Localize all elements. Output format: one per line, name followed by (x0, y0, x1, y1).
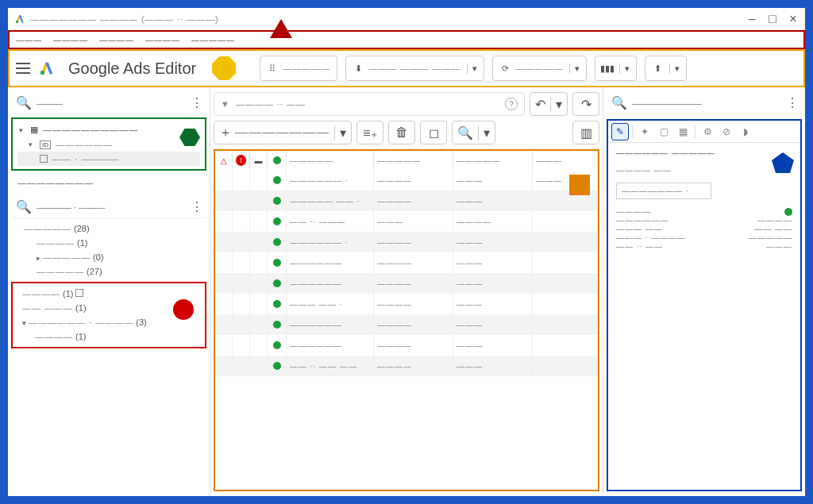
sidebar-item[interactable]: ▾ —————— · ———— (3) (17, 315, 200, 329)
table-row[interactable]: —— ·· —— ————————— (215, 356, 598, 376)
table-row[interactable]: —— ·· —————————— (215, 211, 598, 232)
status-dot-icon (273, 279, 281, 287)
edit-field[interactable]: ——————— · (616, 183, 711, 199)
tab-wand[interactable]: ✦ (636, 123, 653, 140)
hamburger-icon[interactable] (16, 63, 30, 74)
table-row[interactable]: —————— ·—————————— (215, 170, 598, 190)
tab-grid[interactable]: ▦ (674, 123, 692, 140)
more-icon[interactable]: ⋮ (191, 95, 202, 110)
menu-item[interactable]: ———— (99, 36, 134, 44)
sidebar-item[interactable]: ————— (28) (11, 221, 206, 236)
menu-item[interactable]: ————— (191, 36, 235, 44)
col-warning[interactable]: △ (215, 151, 233, 170)
grid-icon: ⠿ (267, 63, 278, 74)
sidebar-search-input[interactable] (37, 98, 186, 108)
tab-tag[interactable]: ◗ (737, 123, 754, 140)
table-row[interactable]: ————————————— (215, 335, 598, 356)
columns-button[interactable]: ▥ (572, 121, 599, 144)
table-row[interactable]: ——— —— ·——————— (215, 294, 598, 314)
chevron-down-icon: ▾ (619, 63, 630, 74)
columns-icon: ▥ (580, 125, 592, 140)
chevron-down-icon: ▾ (669, 63, 680, 74)
filter-bar[interactable]: ▼ ———— ·· —— ? (214, 92, 525, 116)
search-icon: 🔍 (611, 95, 627, 110)
upload-button[interactable]: ⬆ ▾ (645, 56, 687, 81)
property-label: ——— —— (616, 225, 663, 233)
error-icon: ! (236, 155, 246, 166)
col-header[interactable]: ————— (287, 151, 374, 170)
gear-icon: ⚙ (703, 126, 712, 137)
status-dot-icon (273, 321, 281, 329)
delete-button[interactable]: 🗑 (388, 121, 415, 144)
tab-link[interactable]: ⊘ (718, 123, 735, 140)
caret-icon: ▾ (19, 126, 25, 134)
sidebar-red-section: ———— (1)—— ——— (1)▾ —————— · ———— (3)———… (11, 282, 206, 348)
menu-item[interactable]: ———— (145, 36, 180, 44)
search-icon: 🔍 (16, 95, 32, 110)
table-row[interactable]: ————————————— (215, 314, 598, 335)
sidebar-filter: 🔍 ⋮ (11, 196, 206, 218)
col-header[interactable]: ——— (533, 151, 598, 170)
annotation-circle-red (173, 299, 194, 320)
main-toolbar: Google Ads Editor ⠿ ————— ⬇ ——— ——— ——— … (8, 49, 805, 87)
col-status[interactable] (268, 151, 287, 170)
replace-button[interactable]: ◻ (420, 121, 447, 144)
sidebar-item[interactable]: ———— (1) (17, 329, 200, 344)
edit-search: 🔍 ⋮ (607, 92, 802, 114)
col-comment[interactable]: ▬ (250, 151, 268, 170)
sidebar-item[interactable]: ————— (27) (11, 264, 206, 279)
svg-point-0 (16, 20, 19, 23)
download-button[interactable]: ⬇ ——— ——— ——— ▾ (345, 56, 484, 81)
edit-search-input[interactable] (632, 98, 781, 108)
menu-item[interactable]: ——— (16, 36, 42, 44)
tab-square[interactable]: ▢ (655, 123, 672, 140)
close-button[interactable]: × (788, 13, 799, 25)
minimize-button[interactable]: – (746, 13, 757, 25)
redo-button[interactable]: ↷ (572, 92, 599, 116)
menu-bar: ——— ———— ———— ———— ————— (8, 30, 805, 49)
bulk-edit-button[interactable]: ≡₊ (356, 121, 383, 144)
tab-settings[interactable]: ⚙ (699, 123, 716, 140)
filter-icon: ▼ (221, 99, 229, 109)
refresh-button[interactable]: ⟳ ————— ▾ (492, 56, 587, 81)
chevron-down-icon: ▾ (478, 125, 490, 140)
edit-property-row: —————————— (616, 216, 792, 225)
sidebar-item[interactable]: ———— (1) (11, 236, 206, 250)
tab-edit[interactable]: ✎ (611, 123, 629, 140)
app-window: ——————— ———— (——— ·· ———) – □ × ——— ————… (8, 8, 805, 496)
col-header[interactable]: ————— (374, 151, 453, 170)
tree-row[interactable]: —— · ———— (17, 152, 200, 166)
titlebar: ——————— ———— (——— ·· ———) – □ × (8, 8, 805, 30)
chevron-down-icon: ▾ (334, 125, 346, 140)
body-area: 🔍 ⋮ ▾ ▦ —————————— ▾ ID —————— — (8, 87, 805, 496)
sidebar-item[interactable]: ▸ ————— (0) (11, 250, 206, 264)
chevron-down-icon: ▾ (467, 63, 477, 74)
table-row[interactable]: ————————————— (215, 252, 598, 273)
more-icon[interactable]: ⋮ (786, 95, 797, 110)
accounts-button[interactable]: ⠿ ————— (260, 56, 337, 81)
table-row[interactable]: ————— —— ·——————— (215, 190, 598, 211)
table-row[interactable]: ————————————— (215, 273, 598, 294)
zoom-button[interactable]: 🔍▾ (452, 121, 495, 144)
col-error[interactable]: ! (233, 151, 250, 170)
edit-panel-body: ✎ ✦ ▢ ▦ ⚙ ⊘ ◗ —————— ————— ———— —— —————… (607, 119, 802, 491)
tree-row[interactable]: ▾ ▦ —————————— (17, 122, 200, 137)
undo-button[interactable]: ↶▾ (530, 92, 568, 116)
sidebar: 🔍 ⋮ ▾ ▦ —————————— ▾ ID —————— — (8, 87, 210, 496)
window-title: ——————— ———— (——— ·· ———) (30, 14, 746, 24)
sidebar-filter-input[interactable] (37, 202, 186, 212)
bar-chart-icon: ▮▮▮ (602, 63, 613, 74)
add-button[interactable]: ＋———————▾ (214, 121, 352, 144)
help-icon[interactable]: ? (505, 98, 518, 110)
plus-icon: ＋ (219, 125, 232, 141)
tree-row[interactable]: ▾ ID —————— (17, 137, 200, 152)
stats-button[interactable]: ▮▮▮ ▾ (595, 56, 637, 81)
table-row[interactable]: —————— ·——————— (215, 232, 598, 252)
col-header[interactable]: ————— (453, 151, 533, 170)
zoom-icon: 🔍 (457, 125, 473, 140)
menu-item[interactable]: ———— (53, 36, 88, 44)
maximize-button[interactable]: □ (767, 13, 778, 25)
grid-icon: ▦ (30, 125, 38, 135)
sidebar-item[interactable]: ———— (1) (17, 287, 200, 301)
more-icon[interactable]: ⋮ (191, 199, 202, 214)
